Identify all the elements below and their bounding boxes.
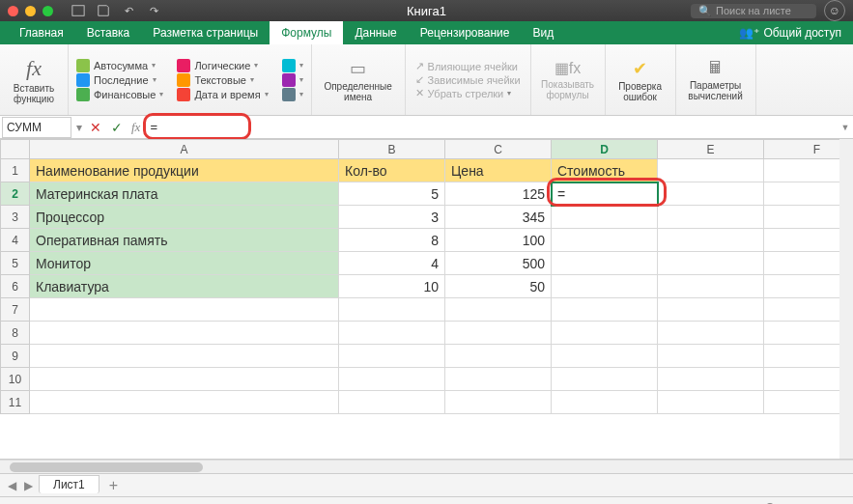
table-row: 8 bbox=[1, 322, 854, 345]
cell-e5[interactable] bbox=[658, 252, 764, 275]
financial-functions-button[interactable]: Финансовые▾ bbox=[74, 88, 165, 101]
tab-review[interactable]: Рецензирование bbox=[409, 21, 522, 44]
close-window-button[interactable] bbox=[8, 6, 18, 16]
share-button[interactable]: 👥⁺ Общий доступ bbox=[727, 21, 853, 44]
error-checking-button[interactable]: ✔ Проверка ошибок bbox=[613, 58, 668, 102]
tab-home[interactable]: Главная bbox=[8, 21, 75, 44]
row-header-5[interactable]: 5 bbox=[1, 252, 30, 275]
row-header-8[interactable]: 8 bbox=[1, 322, 30, 345]
redo-icon[interactable]: ↷ bbox=[144, 3, 163, 18]
logical-functions-button[interactable]: Логические▾ bbox=[175, 59, 270, 72]
col-header-c[interactable]: C bbox=[445, 140, 552, 159]
cell-d6[interactable] bbox=[552, 275, 658, 298]
zoom-window-button[interactable] bbox=[43, 6, 53, 16]
cell-b1[interactable]: Кол-во bbox=[339, 159, 445, 182]
cell-b4[interactable]: 8 bbox=[339, 229, 445, 252]
cell-e3[interactable] bbox=[658, 206, 764, 229]
math-functions-button[interactable]: ▾ bbox=[280, 73, 305, 87]
select-all-corner[interactable] bbox=[1, 140, 30, 159]
undo-icon[interactable]: ↶ bbox=[119, 3, 138, 18]
col-header-a[interactable]: A bbox=[30, 140, 339, 159]
trace-precedents-button[interactable]: ↗Влияющие ячейки bbox=[415, 60, 521, 72]
row-header-11[interactable]: 11 bbox=[1, 391, 30, 414]
formula-input[interactable]: = bbox=[144, 120, 838, 134]
cancel-formula-button[interactable]: ✕ bbox=[85, 120, 106, 135]
cell-b2[interactable]: 5 bbox=[339, 182, 445, 206]
sheet-fx-icon: ▦fx bbox=[554, 59, 581, 77]
text-icon bbox=[177, 73, 190, 87]
name-box[interactable]: СУММ bbox=[2, 117, 71, 138]
show-formulas-button[interactable]: ▦fx Показывать формулы bbox=[539, 59, 597, 100]
text-functions-button[interactable]: Текстовые▾ bbox=[175, 73, 270, 87]
insert-function-button[interactable]: fx Вставить функцию bbox=[8, 56, 60, 104]
row-header-10[interactable]: 10 bbox=[1, 368, 30, 391]
row-header-3[interactable]: 3 bbox=[1, 206, 30, 229]
cell-c1[interactable]: Цена bbox=[445, 159, 552, 182]
tab-formulas[interactable]: Формулы bbox=[270, 21, 343, 44]
sheet-tab-1[interactable]: Лист1 bbox=[39, 475, 100, 493]
document-title: Книга1 bbox=[407, 4, 446, 18]
expand-formula-bar-icon[interactable]: ▼ bbox=[838, 123, 853, 132]
tab-view[interactable]: Вид bbox=[521, 21, 565, 44]
save-icon[interactable] bbox=[94, 3, 113, 18]
enter-formula-button[interactable]: ✓ bbox=[106, 120, 128, 135]
autosum-button[interactable]: Автосумма▾ bbox=[74, 59, 165, 72]
add-sheet-button[interactable]: + bbox=[103, 477, 124, 494]
tab-insert[interactable]: Вставка bbox=[75, 21, 142, 44]
cell-e4[interactable] bbox=[658, 229, 764, 252]
logical-icon bbox=[177, 59, 190, 72]
cell-c4[interactable]: 100 bbox=[445, 229, 552, 252]
cell-a5[interactable]: Монитор bbox=[30, 252, 339, 275]
sheet-nav-prev-icon[interactable]: ◀ bbox=[6, 479, 18, 492]
cell-e6[interactable] bbox=[658, 275, 764, 298]
other-functions-button[interactable]: ▾ bbox=[280, 88, 305, 101]
tab-data[interactable]: Данные bbox=[343, 21, 408, 44]
cell-b6[interactable]: 10 bbox=[339, 275, 445, 298]
column-headers[interactable]: A B C D E F bbox=[1, 140, 854, 159]
worksheet-grid[interactable]: A B C D E F 1 Наименование продукции Кол… bbox=[0, 139, 853, 460]
row-header-4[interactable]: 4 bbox=[1, 229, 30, 252]
cell-a3[interactable]: Процессор bbox=[30, 206, 339, 229]
row-header-1[interactable]: 1 bbox=[1, 159, 30, 182]
row-header-9[interactable]: 9 bbox=[1, 345, 30, 368]
cell-c6[interactable]: 50 bbox=[445, 275, 552, 298]
lookup-functions-button[interactable]: ▾ bbox=[280, 59, 305, 72]
table-row: 4 Оперативная память 8 100 bbox=[1, 229, 854, 252]
cell-c3[interactable]: 345 bbox=[445, 206, 552, 229]
cell-e2[interactable] bbox=[658, 182, 764, 206]
recent-functions-button[interactable]: Последние▾ bbox=[74, 73, 165, 87]
search-input[interactable]: 🔍 Поиск на листе bbox=[691, 4, 816, 18]
cell-e1[interactable] bbox=[658, 159, 764, 182]
remove-arrows-button[interactable]: ✕Убрать стрелки▾ bbox=[415, 87, 521, 99]
row-header-6[interactable]: 6 bbox=[1, 275, 30, 298]
sheet-nav-next-icon[interactable]: ▶ bbox=[22, 479, 35, 492]
cell-a1[interactable]: Наименование продукции bbox=[30, 159, 339, 182]
datetime-functions-button[interactable]: Дата и время▾ bbox=[175, 88, 270, 101]
col-header-b[interactable]: B bbox=[339, 140, 445, 159]
cell-a6[interactable]: Клавиатура bbox=[30, 275, 339, 298]
cell-d4[interactable] bbox=[552, 229, 658, 252]
name-box-dropdown-icon[interactable]: ▾ bbox=[73, 121, 85, 134]
trace-dependents-button[interactable]: ↙Зависимые ячейки bbox=[415, 73, 521, 86]
minimize-window-button[interactable] bbox=[25, 6, 36, 16]
tab-page-layout[interactable]: Разметка страницы bbox=[141, 21, 270, 44]
cell-c5[interactable]: 500 bbox=[445, 252, 552, 275]
cell-b3[interactable]: 3 bbox=[339, 206, 445, 229]
calculation-options-button[interactable]: 🖩 Параметры вычислений bbox=[684, 58, 748, 101]
vertical-scrollbar[interactable] bbox=[839, 139, 853, 459]
col-header-e[interactable]: E bbox=[658, 140, 764, 159]
defined-names-button[interactable]: ▭ Определенные имена bbox=[320, 58, 397, 102]
cell-a2[interactable]: Материнская плата bbox=[30, 182, 339, 206]
cell-d3[interactable] bbox=[552, 206, 658, 229]
cell-d5[interactable] bbox=[552, 252, 658, 275]
cell-d2-active[interactable]: = bbox=[552, 182, 658, 206]
horizontal-scrollbar[interactable] bbox=[0, 460, 853, 473]
row-header-7[interactable]: 7 bbox=[1, 298, 30, 322]
cell-c2[interactable]: 125 bbox=[445, 182, 552, 206]
row-header-2[interactable]: 2 bbox=[1, 182, 30, 206]
cell-d1[interactable]: Стоимость bbox=[552, 159, 658, 182]
cell-a4[interactable]: Оперативная память bbox=[30, 229, 339, 252]
cell-b5[interactable]: 4 bbox=[339, 252, 445, 275]
user-account-icon[interactable]: ☺ bbox=[824, 0, 845, 21]
col-header-d[interactable]: D bbox=[552, 140, 658, 159]
